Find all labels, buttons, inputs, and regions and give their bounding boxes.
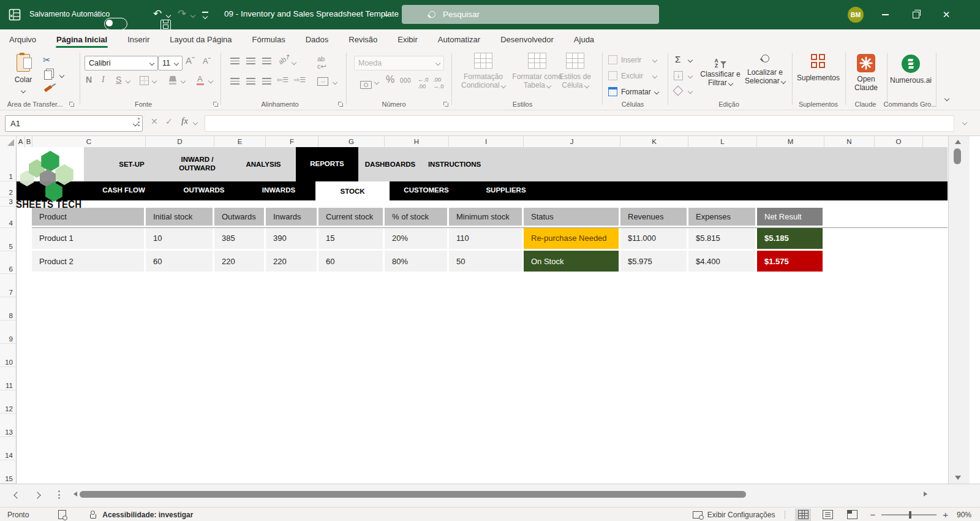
decrease-font-icon[interactable]: Aˇ [203, 56, 211, 66]
enter-formula-icon[interactable]: ✓ [165, 116, 173, 126]
delete-chevron-icon[interactable] [652, 74, 657, 78]
col-header-o[interactable]: O [875, 136, 923, 147]
row-header-12[interactable]: 12 [0, 390, 16, 414]
increase-decimal-icon[interactable]: ←.0.00 [418, 76, 428, 89]
horizontal-scroll-thumb[interactable] [80, 491, 746, 498]
table-cell[interactable]: Product 1 [32, 227, 144, 249]
zoom-slider-thumb[interactable] [909, 511, 911, 519]
bold-icon[interactable]: N [86, 75, 92, 85]
col-header-k[interactable]: K [620, 136, 688, 147]
table-header-initial-stock[interactable]: Initial stock [146, 208, 213, 226]
percent-icon[interactable]: % [386, 74, 394, 85]
row-header-2[interactable]: 2 [0, 181, 16, 197]
numerous-button[interactable]: Numerous.ai [889, 54, 932, 85]
row-header-15[interactable]: 15 [0, 460, 16, 484]
col-header-a[interactable]: A [17, 136, 25, 147]
cancel-formula-icon[interactable]: ✕ [151, 116, 158, 126]
number-format-select[interactable]: Moeda [354, 56, 444, 70]
hscroll-left-icon[interactable] [74, 492, 77, 496]
table-cell[interactable]: 110 [449, 227, 522, 249]
zoom-slider[interactable] [881, 514, 937, 515]
sub-tab-customers[interactable]: CUSTOMERS [404, 186, 448, 194]
minimize-button[interactable] [873, 0, 897, 29]
format-painter-icon[interactable] [44, 85, 53, 93]
scroll-down-icon[interactable] [955, 476, 961, 480]
wrap-text-icon[interactable]: abc↩ [317, 55, 326, 70]
quick-access-chevron-icon[interactable] [203, 14, 208, 19]
net-result-cell[interactable]: $1.575 [757, 251, 823, 272]
table-header-current-stock[interactable]: Current stock [318, 208, 383, 226]
insert-cells-button[interactable]: Inserir [608, 55, 641, 64]
table-cell[interactable]: 60 [146, 251, 213, 272]
tab-automatizar[interactable]: Automatizar [436, 30, 482, 48]
autosum-icon[interactable]: Σ [675, 54, 680, 64]
borders-icon[interactable] [140, 76, 149, 85]
zoom-level[interactable]: 90% [957, 511, 971, 519]
namebox-resize-handle[interactable] [138, 118, 140, 126]
align-middle-icon[interactable] [246, 58, 255, 64]
currency-icon[interactable] [360, 81, 372, 89]
open-claude-button[interactable]: Open Claude [849, 54, 883, 92]
find-select-button[interactable]: Localizar e Selecionar [743, 54, 787, 85]
restore-button[interactable] [903, 0, 928, 29]
page-layout-view-button[interactable] [820, 509, 835, 521]
font-color-chevron-icon[interactable] [208, 78, 213, 83]
cut-icon[interactable]: ✂ [43, 55, 51, 66]
align-center-icon[interactable] [246, 78, 255, 85]
status-cell[interactable]: Re-purchase Needed [524, 227, 619, 249]
table-cell[interactable]: $11.000 [620, 227, 687, 249]
sub-tab-outwards[interactable]: OUTWARDS [183, 186, 224, 194]
formula-input[interactable] [205, 115, 954, 132]
font-size-select[interactable]: 11 [158, 56, 183, 70]
orientation-icon[interactable]: ab↗ [277, 52, 292, 66]
col-header-j[interactable]: J [524, 136, 620, 147]
table-header-minimum-stock[interactable]: Minimum stock [449, 208, 522, 226]
col-header-f[interactable]: F [266, 136, 318, 147]
table-cell[interactable]: 390 [266, 227, 317, 249]
main-tab-instructions[interactable]: INSTRUCTIONS [428, 160, 481, 169]
table-header-outwards[interactable]: Outwards [214, 208, 264, 226]
net-result-cell[interactable]: $5.185 [757, 227, 823, 249]
row-header-1[interactable]: 1 [0, 147, 16, 181]
row-header-14[interactable]: 14 [0, 437, 16, 460]
underline-icon[interactable]: S [116, 75, 121, 85]
display-settings-label[interactable]: Exibir Configurações [707, 511, 775, 519]
table-cell[interactable]: 15 [318, 227, 383, 249]
row-header-13[interactable]: 13 [0, 414, 16, 437]
table-cell[interactable]: 20% [385, 227, 447, 249]
delete-cells-button[interactable]: Excluir [608, 71, 643, 80]
name-box[interactable]: A1 [5, 115, 143, 132]
table-header-product[interactable]: Product [32, 208, 144, 226]
close-button[interactable]: ✕ [934, 0, 959, 29]
col-header-i[interactable]: I [449, 136, 524, 147]
table-cell[interactable]: 10 [146, 227, 213, 249]
table-cell[interactable]: $4.400 [688, 251, 755, 272]
table-header-net-result[interactable]: Net Result [757, 208, 823, 226]
font-dialog-launcher[interactable] [213, 102, 218, 107]
accessibility-status[interactable]: Acessibilidade: investigar [102, 511, 193, 519]
insert-chevron-icon[interactable] [652, 58, 657, 63]
table-cell[interactable]: 220 [266, 251, 317, 272]
clear-chevron-icon[interactable] [688, 89, 693, 94]
row-header-7[interactable]: 7 [0, 274, 16, 297]
row-header-10[interactable]: 10 [0, 344, 16, 367]
tab-revisao[interactable]: Revisão [347, 30, 379, 48]
table-cell[interactable]: Product 2 [32, 251, 144, 272]
clear-icon[interactable] [673, 86, 684, 96]
col-header-b[interactable]: B [25, 136, 32, 147]
align-left-icon[interactable] [230, 78, 239, 85]
fill-color-icon[interactable] [169, 76, 176, 82]
hscroll-right-icon[interactable] [924, 492, 927, 496]
cell-styles-button[interactable]: Estilos de Célula [549, 53, 601, 89]
col-header-m[interactable]: M [757, 136, 824, 147]
tab-pagina-inicial[interactable]: Página Inicial [55, 30, 109, 48]
table-header-expenses[interactable]: Expenses [688, 208, 755, 226]
document-title[interactable]: 09 - Inventory and Sales Spreadsheet Tem… [224, 9, 399, 18]
undo-icon[interactable]: ↶ [153, 7, 162, 20]
tab-exibir[interactable]: Exibir [396, 30, 420, 48]
table-cell[interactable]: $5.975 [620, 251, 687, 272]
paste-button[interactable]: Colar [10, 54, 37, 95]
table-cell[interactable]: 80% [385, 251, 447, 272]
orientation-chevron-icon[interactable] [292, 60, 296, 65]
borders-chevron-icon[interactable] [152, 78, 157, 83]
